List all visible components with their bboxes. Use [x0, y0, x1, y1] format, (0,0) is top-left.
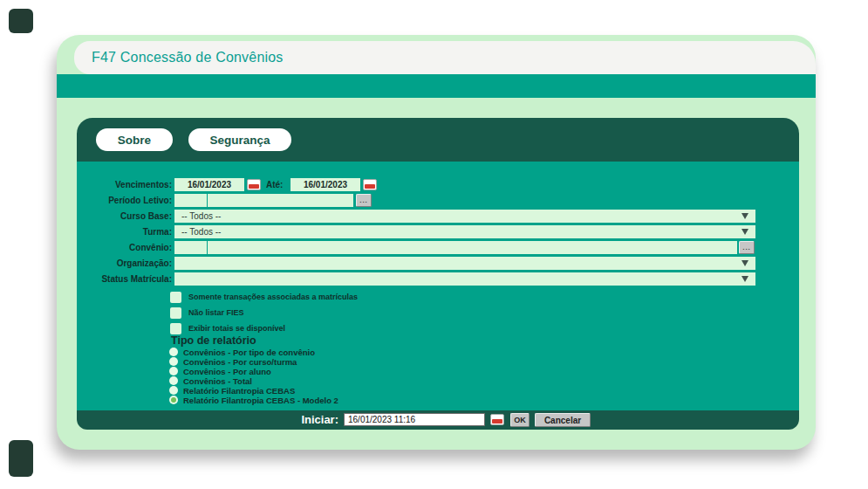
title-bar: F47 Concessão de Convênios — [74, 41, 816, 74]
panel-footer: Iniciar: OK Cancelar — [77, 410, 799, 430]
radio-label: Convênios - Por curso/turma — [183, 357, 297, 367]
curso-base-value: -- Todos -- — [181, 211, 221, 221]
dropdown-arrow-icon — [742, 276, 748, 282]
periodo-letivo-input[interactable] — [208, 194, 353, 207]
curso-base-select[interactable]: -- Todos -- — [174, 210, 755, 223]
organizacao-select[interactable] — [174, 257, 755, 270]
tab-sobre[interactable]: Sobre — [96, 128, 173, 151]
vencimentos-to-input[interactable] — [290, 178, 360, 191]
radio-icon[interactable] — [169, 386, 178, 395]
ok-button[interactable]: OK — [510, 413, 530, 427]
radio-icon[interactable] — [169, 376, 178, 385]
radio-convenios-curso-turma[interactable]: Convênios - Por curso/turma — [169, 357, 297, 366]
ate-label: Até: — [266, 178, 283, 192]
app-window: F47 Concessão de Convênios Sobre Seguran… — [57, 35, 816, 450]
turma-select[interactable]: -- Todos -- — [174, 225, 755, 238]
radio-label: Convênios - Por tipo de convênio — [183, 348, 315, 357]
report-type-heading: Tipo de relatório — [171, 334, 256, 347]
cancel-button[interactable]: Cancelar — [535, 413, 591, 427]
screen: F47 Concessão de Convênios Sobre Seguran… — [0, 0, 868, 489]
vencimentos-label: Vencimentos: — [77, 178, 172, 192]
periodo-letivo-code-input[interactable] — [174, 194, 207, 207]
checkbox-label: Não listar FIES — [188, 307, 244, 319]
radio-convenios-aluno[interactable]: Convênios - Por aluno — [169, 367, 271, 375]
checkbox-somente-transacoes[interactable] — [170, 292, 181, 303]
calendar-icon[interactable] — [363, 179, 377, 190]
turma-label: Turma: — [77, 225, 172, 239]
turma-value: -- Todos -- — [181, 227, 221, 237]
checkbox-exibir-totais[interactable] — [170, 323, 181, 334]
corner-accent-top-left — [9, 9, 33, 33]
panel-header: Sobre Segurança — [77, 118, 799, 162]
convenio-code-input[interactable] — [174, 241, 207, 254]
status-matricula-label: Status Matrícula: — [77, 272, 172, 286]
curso-base-label: Curso Base: — [77, 210, 172, 224]
convenio-browse-button[interactable]: ... — [739, 241, 755, 254]
convenio-input[interactable] — [208, 241, 737, 254]
page-title: F47 Concessão de Convênios — [92, 50, 284, 65]
checkbox-nao-listar-fies[interactable] — [170, 307, 181, 319]
iniciar-datetime-input[interactable] — [344, 413, 485, 426]
dropdown-arrow-icon — [742, 229, 748, 235]
periodo-letivo-browse-button[interactable]: ... — [356, 194, 372, 207]
checkbox-label: Somente transações associadas a matrícul… — [188, 292, 358, 303]
radio-label: Convênios - Por aluno — [183, 367, 271, 376]
radio-label: Relatório Filantropia CEBAS — [183, 386, 295, 396]
tab-seguranca[interactable]: Segurança — [188, 128, 291, 151]
checkbox-label: Exibir totais se disponível — [188, 323, 285, 334]
status-matricula-select[interactable] — [174, 272, 755, 286]
dropdown-arrow-icon — [742, 213, 748, 219]
calendar-icon[interactable] — [247, 179, 261, 190]
iniciar-label: Iniciar: — [234, 410, 338, 430]
dropdown-arrow-icon — [742, 260, 748, 266]
panel-body: Vencimentos: Até: Período Letivo: ... Cu… — [77, 162, 799, 410]
radio-label: Convênios - Total — [183, 376, 252, 386]
radio-convenios-tipo[interactable]: Convênios - Por tipo de convênio — [169, 348, 315, 356]
radio-filantropia-cebas[interactable]: Relatório Filantropia CEBAS — [169, 386, 295, 395]
corner-accent-bottom-left — [9, 440, 33, 477]
calendar-icon[interactable] — [490, 414, 504, 425]
radio-icon[interactable] — [169, 348, 178, 356]
header-band — [57, 74, 816, 98]
radio-label: Relatório Filantropia CEBAS - Modelo 2 — [183, 396, 338, 405]
radio-icon[interactable] — [169, 367, 178, 375]
periodo-letivo-label: Período Letivo: — [77, 194, 172, 208]
radio-convenios-total[interactable]: Convênios - Total — [169, 376, 252, 385]
convenio-label: Convênio: — [77, 241, 172, 255]
radio-icon[interactable] — [169, 396, 178, 404]
organizacao-label: Organização: — [77, 257, 172, 271]
radio-icon[interactable] — [169, 357, 178, 366]
radio-filantropia-cebas-modelo2[interactable]: Relatório Filantropia CEBAS - Modelo 2 — [169, 396, 338, 404]
vencimentos-from-input[interactable] — [174, 178, 244, 191]
form-panel: Sobre Segurança Vencimentos: Até: Períod… — [77, 118, 799, 430]
